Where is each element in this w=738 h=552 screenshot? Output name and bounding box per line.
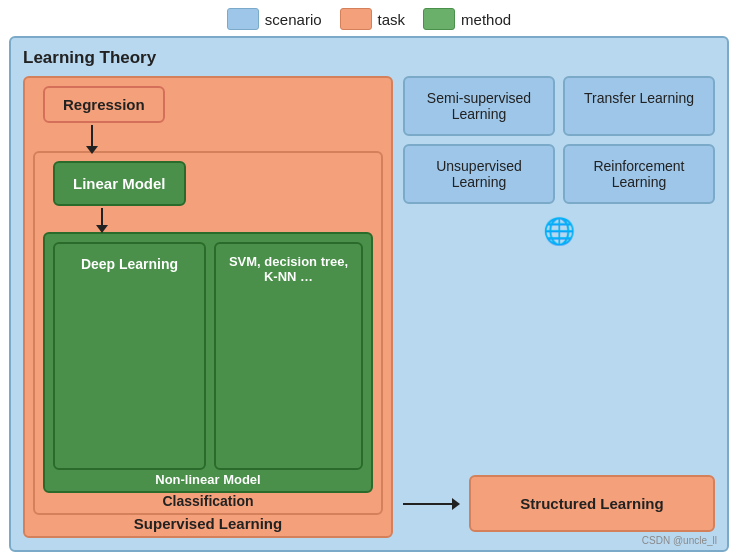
ball-icon: 🌐 xyxy=(403,216,715,247)
scenario-color-box xyxy=(227,8,259,30)
diagram-area: Learning Theory Regression Linear Model xyxy=(9,36,729,552)
arrow-linear-to-nonlinear xyxy=(101,208,103,226)
arrow-regression-to-linear xyxy=(91,125,93,147)
task-color-box xyxy=(340,8,372,30)
linear-model-box: Linear Model xyxy=(53,161,186,206)
legend: scenario task method xyxy=(227,0,511,36)
diagram-inner: Regression Linear Model xyxy=(23,76,715,538)
classification-block: Linear Model Deep Learning SVM, decision… xyxy=(33,151,383,515)
structured-learning-box: Structured Learning xyxy=(469,475,715,532)
method-label: method xyxy=(461,11,511,28)
arrow-to-structured xyxy=(403,503,453,505)
transfer-learning-box: Transfer Learning xyxy=(563,76,715,136)
method-color-box xyxy=(423,8,455,30)
watermark: CSDN @uncle_ll xyxy=(642,535,717,546)
scenario-label: scenario xyxy=(265,11,322,28)
reinforcement-learning-box: Reinforcement Learning xyxy=(563,144,715,204)
task-label: task xyxy=(378,11,406,28)
nonlinear-block: Deep Learning SVM, decision tree, K-NN …… xyxy=(43,232,373,493)
deep-learning-box: Deep Learning xyxy=(53,242,206,470)
scenario-grid: Semi-supervised Learning Transfer Learni… xyxy=(403,76,715,204)
structured-row: Structured Learning xyxy=(403,475,715,538)
page-wrapper: scenario task method Learning Theory Reg… xyxy=(0,0,738,552)
learning-theory-label: Learning Theory xyxy=(23,48,715,68)
supervised-label: Supervised Learning xyxy=(33,515,383,536)
right-col: Semi-supervised Learning Transfer Learni… xyxy=(403,76,715,538)
legend-method: method xyxy=(423,8,511,30)
supervised-block: Regression Linear Model xyxy=(23,76,393,538)
semi-supervised-box: Semi-supervised Learning xyxy=(403,76,555,136)
unsupervised-learning-box: Unsupervised Learning xyxy=(403,144,555,204)
classification-label: Classification xyxy=(43,493,373,513)
nonlinear-label: Non-linear Model xyxy=(53,470,363,487)
regression-box: Regression xyxy=(43,86,165,123)
nonlinear-inner: Deep Learning SVM, decision tree, K-NN … xyxy=(53,242,363,470)
legend-scenario: scenario xyxy=(227,8,322,30)
legend-task: task xyxy=(340,8,406,30)
svm-box: SVM, decision tree, K-NN … xyxy=(214,242,363,470)
